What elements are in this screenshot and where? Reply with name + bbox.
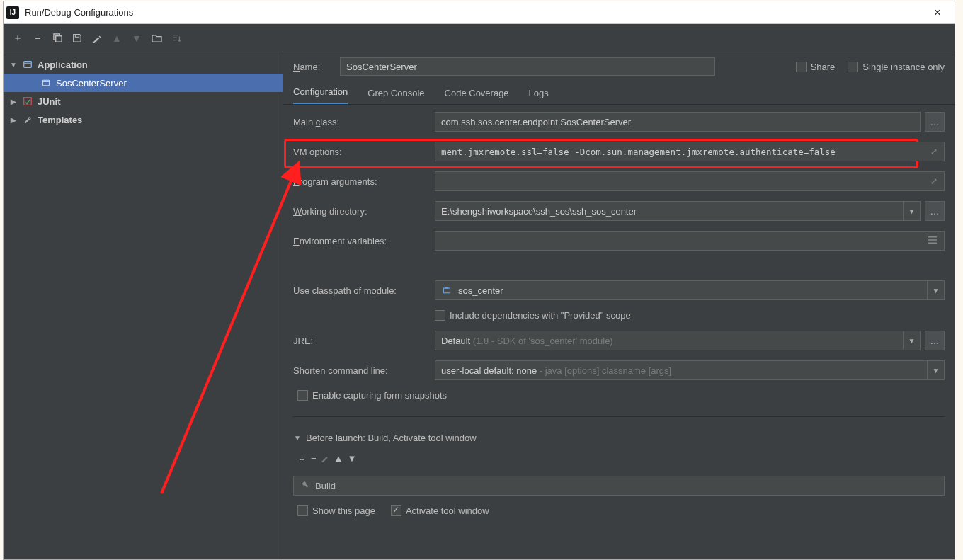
- module-icon: [441, 285, 452, 296]
- tab-configuration[interactable]: Configuration: [293, 86, 348, 104]
- chevron-down-icon: ▼: [927, 361, 944, 379]
- program-arguments-input[interactable]: [435, 171, 945, 191]
- environment-variables-label: Environment variables:: [293, 236, 428, 246]
- tree-node-application[interactable]: ▼ Application: [4, 55, 283, 74]
- browse-main-class-button[interactable]: …: [925, 112, 945, 132]
- single-instance-checkbox[interactable]: Single instance only: [848, 62, 945, 72]
- right-panel: Name: Share Single instance only Configu…: [283, 52, 955, 559]
- working-directory-label: Working directory:: [293, 206, 428, 217]
- application-type-icon: [22, 59, 33, 70]
- svg-rect-3: [24, 62, 32, 68]
- svg-rect-8: [444, 288, 450, 293]
- include-provided-row: Include dependencies with "Provided" sco…: [293, 310, 945, 321]
- tab-logs[interactable]: Logs: [529, 88, 549, 104]
- divider: [293, 416, 945, 417]
- jre-combo[interactable]: Default (1.8 - SDK of 'sos_center' modul…: [435, 331, 921, 350]
- chevron-down-icon: ▼: [903, 331, 920, 350]
- main-class-row: Main class: …: [293, 112, 945, 132]
- name-input[interactable]: [340, 57, 715, 76]
- environment-variables-input[interactable]: [435, 231, 945, 251]
- remove-config-button[interactable]: −: [29, 30, 46, 47]
- main-split: ▼ Application SosCenterServer ▶: [4, 52, 955, 559]
- tabs: Configuration Grep Console Code Coverage…: [283, 81, 955, 105]
- tab-grep-console[interactable]: Grep Console: [367, 88, 424, 104]
- tree-node-soscenterserver[interactable]: SosCenterServer: [4, 74, 283, 92]
- show-this-page-checkbox[interactable]: Show this page: [297, 505, 375, 516]
- bl-remove-button[interactable]: −: [311, 453, 317, 466]
- intellij-app-icon: IJ: [6, 6, 19, 19]
- tree-node-junit[interactable]: ▶ JUnit: [4, 92, 283, 110]
- vm-options-label: VM options:: [293, 147, 428, 157]
- bl-down-button[interactable]: ▼: [347, 453, 356, 466]
- copy-config-button[interactable]: [49, 30, 66, 47]
- hammer-icon: [300, 480, 309, 492]
- caret-right-icon: ▶: [9, 97, 18, 105]
- program-arguments-label: Program arguments:: [293, 176, 428, 187]
- program-args-row: Program arguments: ⤢: [293, 171, 945, 191]
- env-vars-row: Environment variables:: [293, 231, 945, 251]
- bl-up-button[interactable]: ▲: [334, 453, 343, 466]
- shorten-command-combo[interactable]: user-local default: none - java [options…: [435, 360, 945, 380]
- main-class-input[interactable]: [435, 112, 921, 132]
- tree-node-templates[interactable]: ▶ Templates: [4, 110, 283, 129]
- bl-edit-button[interactable]: [321, 453, 330, 466]
- sidebar-toolbar: ＋ − ▲ ▼: [4, 24, 955, 52]
- folder-button[interactable]: [148, 30, 165, 47]
- svg-rect-9: [445, 287, 449, 289]
- classpath-module-combo[interactable]: sos_center ▼: [435, 280, 945, 300]
- dialog-window: IJ Run/Debug Configurations × ＋ − ▲ ▼: [4, 1, 955, 559]
- dialog-content: ＋ − ▲ ▼ ▼: [4, 24, 955, 559]
- tree-label: SosCenterServer: [56, 78, 127, 88]
- config-tree: ▼ Application SosCenterServer ▶: [4, 52, 283, 559]
- caret-down-icon: ▼: [293, 434, 302, 442]
- tab-code-coverage[interactable]: Code Coverage: [445, 88, 509, 104]
- titlebar-title: Run/Debug Configurations: [25, 7, 923, 18]
- enable-snapshots-row: Enable capturing form snapshots: [293, 390, 945, 401]
- shorten-command-label: Shorten command line:: [293, 365, 428, 376]
- configuration-form: Main class: … VM options: ⤢: [283, 105, 955, 523]
- bl-checkbox-row: Show this page Activate tool window: [293, 505, 945, 516]
- run-config-icon: [40, 77, 52, 88]
- jre-row: JRE: Default (1.8 - SDK of 'sos_center' …: [293, 331, 945, 350]
- settings-config-button[interactable]: [89, 30, 106, 47]
- vm-options-input[interactable]: [435, 142, 945, 161]
- tree-label: JUnit: [38, 96, 61, 107]
- tree-label: Application: [38, 59, 88, 70]
- before-launch-toolbar: ＋ − ▲ ▼: [293, 453, 945, 466]
- browse-jre-button[interactable]: …: [925, 331, 945, 350]
- working-directory-input[interactable]: E:\shengshiworkspace\ssh_sos\ssh_sos_cen…: [435, 201, 921, 221]
- working-dir-row: Working directory: E:\shengshiworkspace\…: [293, 201, 945, 221]
- before-launch-header[interactable]: ▼ Before launch: Build, Activate tool wi…: [293, 433, 945, 443]
- name-label: Name:: [293, 62, 331, 72]
- before-launch-list-item[interactable]: Build: [293, 476, 945, 496]
- classpath-row: Use classpath of module: sos_center ▼: [293, 280, 945, 300]
- junit-icon: [22, 96, 33, 107]
- caret-down-icon: ▼: [9, 60, 18, 69]
- move-down-button[interactable]: ▼: [128, 30, 145, 47]
- vm-options-row: VM options: ⤢: [293, 142, 945, 161]
- add-config-button[interactable]: ＋: [9, 30, 26, 47]
- chevron-down-icon: ▼: [903, 202, 920, 220]
- move-up-button[interactable]: ▲: [108, 30, 125, 47]
- name-row: Name: Share Single instance only: [283, 52, 955, 81]
- enable-snapshots-checkbox[interactable]: Enable capturing form snapshots: [297, 390, 447, 401]
- classpath-module-label: Use classpath of module:: [293, 285, 428, 296]
- svg-rect-1: [55, 36, 61, 42]
- sort-button[interactable]: [168, 30, 185, 47]
- browse-working-dir-button[interactable]: …: [925, 201, 945, 221]
- save-config-button[interactable]: [69, 30, 86, 47]
- main-class-label: Main class:: [293, 117, 428, 127]
- shorten-row: Shorten command line: user-local default…: [293, 360, 945, 380]
- activate-tool-window-checkbox[interactable]: Activate tool window: [391, 505, 489, 516]
- include-provided-checkbox[interactable]: Include dependencies with "Provided" sco…: [435, 310, 631, 321]
- svg-rect-5: [43, 80, 50, 86]
- tree-label: Templates: [38, 115, 82, 125]
- titlebar: IJ Run/Debug Configurations ×: [4, 1, 955, 24]
- chevron-down-icon: ▼: [927, 281, 944, 299]
- wrench-icon: [22, 114, 33, 125]
- svg-rect-7: [24, 98, 32, 105]
- share-checkbox[interactable]: Share: [796, 62, 836, 72]
- close-button[interactable]: ×: [923, 3, 952, 23]
- caret-right-icon: ▶: [9, 115, 18, 124]
- bl-add-button[interactable]: ＋: [297, 453, 307, 466]
